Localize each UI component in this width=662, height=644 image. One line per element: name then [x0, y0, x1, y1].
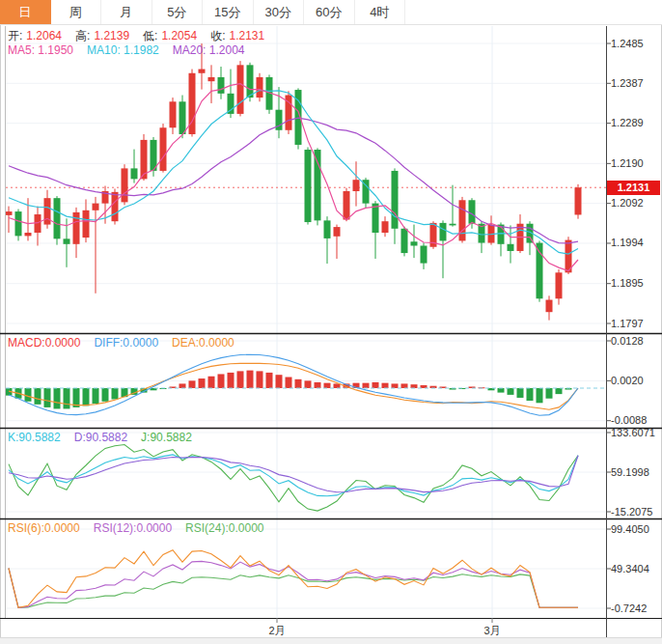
tab-day[interactable]: 日	[0, 0, 51, 24]
x-axis-month-label: 2月	[268, 624, 285, 638]
ohlc-readout: 开:1.2064高:1.2139低:1.2054收:1.2131	[8, 28, 278, 44]
candlestick-chart[interactable]	[0, 0, 662, 644]
price-axis-label: 1.2092	[611, 197, 661, 209]
ma-value: MA5: 1.1950	[8, 43, 73, 57]
tab-week[interactable]: 周	[51, 0, 102, 24]
kdj-readout: K:90.5882D:90.5882J:90.5882	[8, 431, 206, 444]
trading-chart-app: 日周月5分15分30分60分4时 开:1.2064高:1.2139低:1.205…	[0, 0, 662, 644]
price-axis-label: 1.2485	[611, 38, 661, 49]
price-axis-label: 1.1895	[611, 277, 661, 289]
current-price-tag: 1.2131	[607, 181, 660, 195]
rsi-axis-label: -0.7242	[611, 602, 661, 614]
ohlc-value: 1.2054	[161, 29, 197, 42]
rsi-value: RSI(12):0.0000	[94, 521, 172, 535]
ohlc-label: 收:	[210, 29, 225, 42]
x-axis-month-label: 3月	[483, 624, 500, 638]
timeframe-tab-bar: 日周月5分15分30分60分4时	[0, 0, 662, 25]
ohlc-value: 1.2064	[26, 29, 62, 42]
price-axis-label: 1.2387	[611, 77, 661, 89]
rsi-readout: RSI(6):0.0000RSI(12):0.0000RSI(24):0.000…	[8, 521, 278, 535]
kdj-axis-label: -15.2075	[611, 506, 661, 518]
macd-axis-label: -0.0088	[611, 414, 661, 426]
macd-value: DIFF:0.0000	[94, 336, 158, 350]
kdj-axis-label: 133.6071	[611, 427, 661, 438]
macd-readout: MACD:0.0000DIFF:0.0000DEA:0.0000	[8, 336, 248, 350]
ma-readout: MA5: 1.1950MA10: 1.1982MA20: 1.2004	[8, 43, 258, 57]
ohlc-label: 高:	[75, 29, 90, 42]
tab-4h[interactable]: 4时	[355, 0, 406, 24]
macd-value: MACD:0.0000	[8, 336, 80, 350]
price-axis-label: 1.1994	[611, 237, 661, 248]
rsi-axis-label: 49.3404	[611, 563, 661, 574]
ma-value: MA10: 1.1982	[87, 43, 159, 57]
tab-5min[interactable]: 5分	[152, 0, 204, 24]
tab-15min[interactable]: 15分	[203, 0, 254, 24]
kdj-value: K:90.5882	[8, 431, 61, 444]
rsi-value: RSI(24):0.0000	[185, 521, 263, 535]
ohlc-value: 1.2131	[229, 29, 264, 42]
ohlc-value: 1.2139	[94, 29, 129, 42]
ma-value: MA20: 1.2004	[173, 43, 245, 57]
rsi-axis-label: 99.4050	[611, 523, 661, 535]
rsi-value: RSI(6):0.0000	[8, 521, 80, 535]
macd-axis-label: 0.0128	[611, 335, 661, 347]
price-axis-label: 1.2289	[611, 117, 661, 128]
macd-axis-label: 0.0020	[611, 375, 661, 386]
tab-60min[interactable]: 60分	[304, 0, 355, 24]
macd-value: DEA:0.0000	[172, 336, 234, 350]
ohlc-label: 低:	[143, 29, 157, 42]
price-axis-label: 1.1797	[611, 318, 661, 329]
ohlc-label: 开:	[8, 29, 22, 42]
tab-month[interactable]: 月	[101, 0, 152, 24]
kdj-value: D:90.5882	[74, 431, 127, 444]
kdj-axis-label: 59.1998	[611, 466, 661, 478]
price-axis-label: 1.2190	[611, 157, 661, 169]
tab-30min[interactable]: 30分	[254, 0, 305, 24]
kdj-value: J:90.5882	[141, 431, 192, 444]
